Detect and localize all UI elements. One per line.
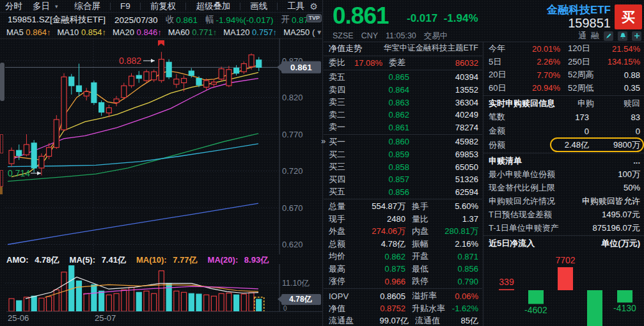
stat-row: 净值0.8752升贴水率-1.62% bbox=[324, 302, 482, 315]
subscription-row-label: 金额 bbox=[489, 125, 505, 137]
svg-text:339: 339 bbox=[499, 277, 514, 287]
last-price: 0.861 bbox=[333, 3, 389, 29]
buy-button[interactable]: 买 bbox=[615, 4, 642, 29]
time-axis: 25-06 25-07 bbox=[6, 311, 322, 323]
divider bbox=[324, 134, 482, 135]
candlestick-chart[interactable]: 0.8700.8200.7700.7200.6700.6200.8820.714… bbox=[0, 38, 323, 254]
stat-value: 280.81万 bbox=[444, 226, 478, 237]
turnover-chart[interactable]: 11.10亿04.78亿 bbox=[0, 264, 323, 311]
redeem-row-label: 现金替代比例上限 bbox=[489, 182, 555, 194]
redeem-value: 0 bbox=[589, 127, 640, 136]
toolbar-menu: 综合屏F9前复权超级叠加画线工具 bbox=[70, 1, 310, 12]
ask-row-label: 卖五 bbox=[329, 72, 345, 83]
tab-multiday[interactable]: 多日 bbox=[27, 1, 55, 12]
subscription-row-label: 笔数 bbox=[489, 111, 505, 123]
tvp-icon[interactable]: TVP bbox=[306, 14, 322, 22]
perf-value: 0.88 bbox=[624, 70, 640, 80]
chevron-down-icon[interactable]: ▼ bbox=[316, 29, 322, 36]
divider bbox=[483, 95, 644, 96]
subscription-row: 笔数17383 bbox=[483, 110, 644, 124]
edit-icon[interactable] bbox=[604, 31, 613, 41]
perf-label: 60日 bbox=[489, 82, 513, 94]
menu-item-1[interactable]: 综合屏 bbox=[70, 1, 106, 12]
stat-label: 溢折率 bbox=[412, 290, 437, 302]
ask-row-label: 卖三 bbox=[329, 97, 345, 108]
bid-row-price[interactable]: 0.859 bbox=[345, 150, 409, 159]
bid-row: 买五0.85662594 bbox=[324, 186, 482, 199]
price-change: -0.017 -1.94% bbox=[407, 12, 478, 25]
bid-row-qty: 62594 bbox=[455, 187, 478, 197]
ask-row-price[interactable]: 0.864 bbox=[345, 85, 409, 95]
bid-row-price[interactable]: 0.860 bbox=[345, 137, 409, 146]
redeem-row-value: 50% bbox=[624, 183, 640, 192]
security-name: 金融科技ETF bbox=[547, 3, 611, 17]
stat-row: 外盘274.06万内盘280.81万 bbox=[324, 225, 482, 238]
amo-legend-item: MA(5): 7.41亿 bbox=[70, 254, 132, 264]
ask-row: 卖一0.86178274 bbox=[324, 121, 482, 134]
scrollbar-fragment bbox=[0, 63, 4, 101]
plus-icon[interactable] bbox=[632, 31, 641, 41]
redeem-list-row: T-1日单位申赎资产875196.07元 bbox=[483, 221, 644, 235]
subscription-header: 实时申购赎回信息申购赎回 bbox=[483, 97, 644, 110]
redeem-row-value: 申购赎回皆允许 bbox=[582, 196, 640, 207]
ask-row-price[interactable]: 0.861 bbox=[345, 123, 409, 132]
security-code: 159851 bbox=[568, 16, 611, 31]
ma-legend-ma60: MA60 0.771↑ bbox=[168, 27, 217, 37]
svg-text:0.861: 0.861 bbox=[290, 63, 312, 72]
stat-row: 均价0.862开盘0.871 bbox=[324, 251, 482, 263]
net-inflow-chart[interactable]: 339-46027702-4130 bbox=[483, 245, 644, 326]
ask-row-qty: 36304 bbox=[455, 98, 478, 107]
bid-row-price[interactable]: 0.858 bbox=[345, 162, 409, 172]
tab-minute[interactable]: 分时 bbox=[0, 1, 27, 12]
amo-legend-item: AMO: 4.78亿 bbox=[6, 254, 66, 264]
stat-row: 流通盘99.07亿流通值85亿 bbox=[324, 314, 482, 326]
redeem-row-value: 875196.07元 bbox=[593, 222, 640, 234]
weibi-label: 委比 bbox=[329, 57, 345, 68]
menu-item-6[interactable]: 工具 bbox=[282, 1, 310, 12]
perf-label: 120日 bbox=[568, 43, 590, 54]
bid-row-price[interactable]: 0.857 bbox=[345, 175, 409, 184]
more-ellipsis[interactable]: ... bbox=[633, 156, 640, 166]
bid-row-label: 买五 bbox=[329, 186, 345, 198]
menu-separator bbox=[185, 3, 186, 10]
redeem-list-row: 最小申赎单位份额100万 bbox=[483, 167, 644, 181]
redeem-row-label: 申购赎回允许情况 bbox=[489, 196, 555, 207]
quote-header: 0.861 -0.017 -1.94% 金融科技ETF 159851 买 SZS… bbox=[324, 0, 644, 42]
menu-item-3[interactable]: 前复权 bbox=[145, 1, 182, 12]
menu-item-2[interactable]: F9 bbox=[115, 1, 136, 11]
ma-legend-ma5: MA5 0.864↑ bbox=[6, 27, 51, 37]
stat-label: 跌停 bbox=[412, 276, 428, 287]
menu-separator bbox=[240, 3, 240, 10]
multiday-dropdown-icon[interactable]: ▾ bbox=[52, 3, 61, 10]
ask-row-label: 卖一 bbox=[329, 121, 345, 133]
menu-item-4[interactable]: 超级叠加 bbox=[191, 1, 235, 12]
ma-legend-ma120: MA120 0.757↑ bbox=[223, 27, 277, 37]
bid-row: 买二0.85969853 bbox=[324, 148, 482, 161]
stat-value: 0.856 bbox=[457, 264, 478, 274]
instrument-symbol: 159851.SZ[金融科技ETF] bbox=[8, 14, 106, 26]
axis-label-july: 25-07 bbox=[95, 313, 116, 323]
svg-text:0.620: 0.620 bbox=[282, 240, 303, 249]
gear-icon[interactable]: ⚙ bbox=[310, 1, 318, 12]
bid-row-label: 买一 bbox=[329, 136, 345, 148]
weibi-row: 委比17.08%委差86032 bbox=[324, 57, 482, 70]
stat-label: 总量 bbox=[329, 201, 350, 212]
menu-item-5[interactable]: 画线 bbox=[245, 1, 272, 12]
bid-row-qty: 45982 bbox=[455, 137, 478, 146]
bid-row-price[interactable]: 0.856 bbox=[345, 187, 409, 197]
weicha-label: 委差 bbox=[389, 57, 405, 68]
stat-value: 85亿 bbox=[461, 315, 478, 326]
stat-value: 0.06% bbox=[455, 291, 478, 301]
ask-row-price[interactable]: 0.863 bbox=[345, 98, 409, 107]
redeem-row-label: 最小申赎单位份额 bbox=[489, 169, 555, 180]
perf-label: 20日 bbox=[489, 69, 513, 81]
ask-row-price[interactable]: 0.862 bbox=[345, 110, 409, 120]
netvalue-trend-link[interactable]: 净值走势 bbox=[329, 43, 362, 54]
ask-row-price[interactable]: 0.865 bbox=[345, 72, 409, 82]
ask-row-label: 卖四 bbox=[329, 84, 345, 96]
menu-separator bbox=[140, 3, 141, 10]
subscribe-value: 173 bbox=[575, 113, 589, 122]
menu-separator bbox=[110, 3, 111, 10]
bell-icon[interactable] bbox=[618, 31, 627, 41]
svg-text:-4602: -4602 bbox=[524, 305, 547, 315]
